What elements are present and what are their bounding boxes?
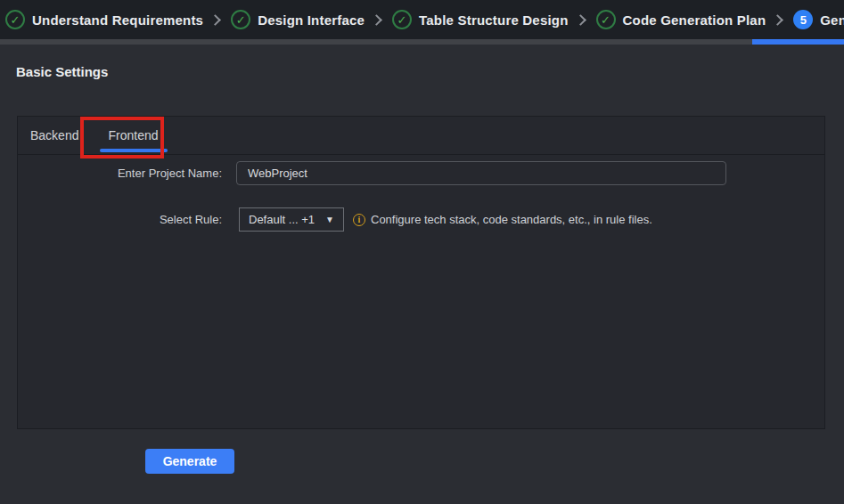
- check-icon: ✓: [231, 10, 250, 29]
- rule-hint: i Configure tech stack, code standards, …: [353, 213, 652, 226]
- info-icon: i: [353, 214, 365, 226]
- tab-backend-label: Backend: [30, 128, 78, 142]
- rule-hint-text: Configure tech stack, code standards, et…: [371, 213, 652, 226]
- check-icon: ✓: [596, 10, 616, 29]
- step-table-structure-design[interactable]: ✓ Table Structure Design: [392, 10, 569, 29]
- step-label: Table Structure Design: [419, 12, 569, 28]
- active-tab-indicator: [100, 149, 168, 152]
- project-name-label: Enter Project Name:: [18, 167, 222, 180]
- stepper-divider: [0, 39, 844, 45]
- chevron-right-icon: [575, 14, 586, 26]
- basic-settings-panel: Backend Frontend Enter Project Name: Sel…: [17, 116, 825, 429]
- step-generate-active[interactable]: 5 Generate S: [793, 10, 844, 29]
- tab-frontend[interactable]: Frontend: [91, 117, 175, 154]
- step-label: Code Generation Plan: [623, 12, 766, 28]
- step-number-badge: 5: [793, 10, 813, 29]
- project-name-input[interactable]: [236, 161, 726, 185]
- step-understand-requirements[interactable]: ✓ Understand Requirements: [5, 10, 203, 29]
- page-title: Basic Settings: [16, 64, 844, 79]
- step-code-generation-plan[interactable]: ✓ Code Generation Plan: [596, 10, 766, 29]
- tab-frontend-label: Frontend: [108, 128, 158, 142]
- rule-selected-value: Default ... +1: [249, 213, 315, 226]
- select-rule-row: Select Rule: Default ... +1 ▼ i Configur…: [18, 207, 824, 232]
- chevron-down-icon: ▼: [325, 215, 334, 224]
- settings-form: Enter Project Name: Select Rule: Default…: [18, 155, 824, 232]
- rule-select-dropdown[interactable]: Default ... +1 ▼: [239, 207, 344, 232]
- check-icon: ✓: [392, 10, 412, 29]
- tab-bar: Backend Frontend: [18, 117, 824, 155]
- step-label: Understand Requirements: [32, 12, 203, 28]
- step-design-interface[interactable]: ✓ Design Interface: [231, 10, 365, 29]
- chevron-right-icon: [772, 14, 783, 26]
- generate-button[interactable]: Generate: [145, 449, 234, 474]
- active-step-indicator: [752, 39, 844, 45]
- select-rule-label: Select Rule:: [18, 213, 222, 226]
- chevron-right-icon: [209, 14, 221, 26]
- step-label: Design Interface: [258, 12, 365, 28]
- project-name-row: Enter Project Name:: [18, 161, 824, 185]
- tab-backend[interactable]: Backend: [18, 117, 91, 154]
- stepper-bar: ✓ Understand Requirements ✓ Design Inter…: [0, 0, 844, 39]
- check-icon: ✓: [5, 10, 25, 29]
- chevron-right-icon: [371, 14, 382, 26]
- step-label: Generate S: [820, 12, 844, 28]
